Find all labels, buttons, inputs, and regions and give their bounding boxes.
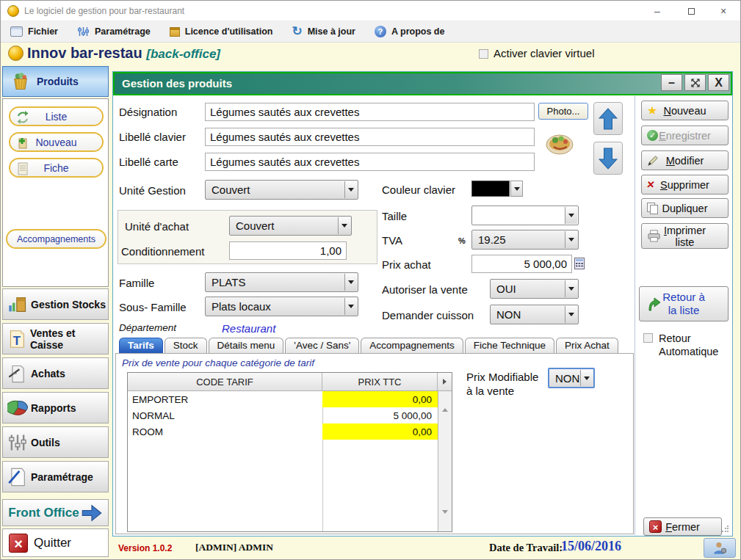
sidebar-item-liste[interactable]: Liste [9,106,104,126]
menu-mise-a-jour[interactable]: ↻ Mise à jour [282,21,365,42]
sidebar-item-parametrage[interactable]: Paramétrage [2,461,109,492]
sidebar-item-gestion-stocks[interactable]: Gestion Stocks [2,288,109,320]
unite-gestion-select[interactable]: Couvert [205,180,358,200]
window-title-bar: Le logiciel de gestion pour bar-restaura… [1,1,740,21]
panel-close-button[interactable]: X [708,74,729,91]
status-bar: Version 1.0.2 [ADMIN] ADMIN Date de Trav… [111,537,740,559]
scroll-up-icon[interactable] [442,396,448,409]
check-circle-icon: ✓ [647,130,658,141]
quit-x-icon: × [9,534,28,553]
right-arrow-icon [81,503,103,523]
famille-select[interactable]: PLATS [205,272,358,292]
tva-select[interactable]: 19.25 [471,230,579,250]
tab-avec-sans[interactable]: 'Avec / Sans' [285,338,359,353]
product-photo-thumbnail[interactable] [545,131,574,159]
modifier-button[interactable]: Modifier [641,150,729,170]
tab-stock[interactable]: Stock [165,338,207,353]
tab-prix-achat[interactable]: Prix Achat [556,338,618,353]
tools-sliders-icon [7,432,28,453]
designation-input[interactable] [205,103,535,121]
prix-modifiable-label: Prix Modifiable à la vente [466,370,538,398]
panel-maximize-button[interactable] [684,74,706,91]
libelle-clavier-input[interactable] [205,128,535,146]
enregistrer-button[interactable]: ✓ Enregistrer [641,126,729,145]
tab-tarifs[interactable]: Tarifs [119,338,163,353]
couleur-clavier-label: Couleur clavier [382,183,455,196]
table-row[interactable]: ROOM 0,00 [128,423,438,440]
sidebar-item-achats[interactable]: Achats [2,357,109,389]
menu-parametrage[interactable]: Paramétrage [68,21,160,42]
tab-details-menu[interactable]: Détails menu [209,338,284,353]
sidebar-item-fiche[interactable]: Fiche [9,158,104,178]
version-label: Version 1.0.2 [118,543,172,553]
prix-modifiable-select[interactable]: NON [548,368,595,388]
col-header-expand[interactable] [438,373,452,390]
front-office-button[interactable]: Front Office [2,499,109,526]
retour-liste-button[interactable]: Retour àla liste [639,286,729,321]
unite-achat-select[interactable]: Couvert [229,216,352,236]
demander-cuisson-select[interactable]: NON [490,305,579,324]
menu-fichier[interactable]: Fichier [1,21,68,42]
move-up-button[interactable] [593,102,623,135]
virtual-keyboard-label: Activer clavier virtuel [494,47,595,59]
departement-label: Département [119,322,176,333]
chevron-down-icon [344,298,357,315]
panel-minimize-button[interactable]: – [661,74,682,91]
retour-automatique-checkbox[interactable] [643,333,653,343]
sidebar-item-rapports[interactable]: Rapports [2,392,109,423]
conditionnement-input[interactable] [229,241,347,260]
sidebar-item-produits[interactable]: Produits [2,66,109,97]
person-icon [712,540,728,556]
libelle-carte-label: Libellé carte [119,156,178,168]
famille-label: Famille [119,277,154,289]
table-row[interactable]: EMPORTER 0,00 [128,391,438,407]
move-down-button[interactable] [593,142,623,175]
chevron-down-icon [344,181,357,198]
taille-select[interactable] [471,206,579,225]
svg-text:T: T [13,333,21,347]
couleur-clavier-dropdown-button[interactable] [510,181,523,197]
window-close-button[interactable]: × [711,4,736,18]
sidebar-item-nouveau[interactable]: Nouveau [9,132,104,152]
libelle-carte-input[interactable] [205,153,535,171]
scroll-down-icon[interactable] [442,514,448,527]
sidebar-item-outils[interactable]: Outils [2,426,109,458]
pen-document-icon [7,467,28,487]
user-settings-button[interactable] [704,538,736,558]
purchases-icon [7,363,28,384]
help-icon: ? [375,26,386,37]
red-x-icon: × [646,178,656,192]
couleur-clavier-swatch[interactable] [471,181,510,197]
sliders-icon [77,26,90,37]
fermer-button[interactable]: × Fermer [643,517,722,536]
col-header-code-tarif[interactable]: CODE TARIF [128,373,322,390]
imprimer-liste-button[interactable]: Imprimerliste [641,223,729,249]
resize-grip[interactable] [721,526,729,533]
table-scrollbar[interactable] [438,391,452,531]
prix-achat-input[interactable] [471,255,572,273]
quit-button[interactable]: × Quitter [2,528,109,557]
work-date-value[interactable]: 15/06/2016 [561,539,621,554]
table-row[interactable]: NORMAL 5 000,00 [128,407,438,423]
sidebar-item-accompagnements[interactable]: Accompagnements [6,229,106,249]
photo-button[interactable]: Photo... [538,103,588,120]
sidebar-item-ventes-et-caisse[interactable]: T Ventes et Caisse [2,323,109,354]
new-item-icon [15,136,30,150]
window-maximize-button[interactable] [679,4,704,18]
sous-famille-select[interactable]: Plats locaux [205,297,358,316]
supprimer-button[interactable]: × Supprimer [641,175,729,194]
tab-accompagnements[interactable]: Accompagnements [361,338,463,353]
sales-document-icon: T [7,329,27,349]
tab-fiche-technique[interactable]: Fiche Technique [465,338,554,353]
user-label: [ADMIN] ADMIN [195,542,273,553]
menu-licence[interactable]: Licence d'utilisation [160,21,283,42]
autoriser-vente-select[interactable]: OUI [490,279,579,299]
tarifs-table-body: EMPORTER 0,00 NORMAL 5 000,00 ROOM 0,00 [128,391,452,531]
col-header-prix-ttc[interactable]: PRIX TTC [322,373,438,390]
virtual-keyboard-checkbox[interactable] [479,49,488,59]
nouveau-button[interactable]: ★ Nouveau [641,101,729,120]
menu-a-propos[interactable]: ? A propos de [365,21,454,42]
calculator-icon[interactable] [574,257,585,270]
dupliquer-button[interactable]: Dupliquer [641,198,729,218]
window-minimize-button[interactable]: – [645,4,670,18]
